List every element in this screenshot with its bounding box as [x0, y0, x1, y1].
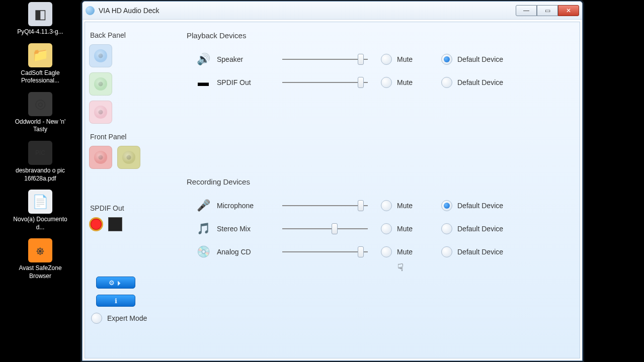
front-jack-pink[interactable] — [89, 146, 112, 169]
desktop-icon-glyph: PIC — [28, 141, 52, 165]
expert-mode-label: Expert Mode — [107, 314, 147, 322]
desktop-icon[interactable]: 📄Novo(a) Documento d... — [13, 190, 68, 231]
desktop-icon[interactable]: ◧PyQt4-4.11.3-g... — [13, 2, 68, 36]
recording-device-name: Analog CD — [217, 248, 282, 256]
app-icon — [86, 6, 95, 15]
desktop-icon-label: Oddworld - New 'n' Tasty — [13, 118, 68, 134]
back-panel-label: Back Panel — [90, 31, 177, 39]
recording-device-default-radio[interactable] — [441, 223, 452, 234]
recording-device-default-radio[interactable] — [441, 246, 452, 257]
playback-device-name: Speaker — [217, 55, 282, 63]
spdif-coax-icon[interactable] — [89, 217, 103, 231]
side-panel: Back Panel Front Panel SPDIF Out ⚙ ⏵ ℹ E… — [85, 22, 181, 358]
playback-title: Playback Devices — [187, 31, 575, 40]
desktop-icon[interactable]: PICdesbravando o pic 16f628a.pdf — [13, 141, 68, 183]
tools-button[interactable]: ⚙ ⏵ — [96, 277, 135, 289]
recording-device-name: Microphone — [217, 202, 282, 210]
main-panel: Playback Devices 🔊SpeakerMuteDefault Dev… — [181, 22, 580, 358]
audio-deck-window: VIA HD Audio Deck — ▭ ✕ Back Panel Front… — [82, 1, 583, 361]
playback-device-volume-slider[interactable] — [282, 55, 368, 64]
expert-mode-radio[interactable] — [91, 313, 102, 324]
playback-device-icon: ▬ — [195, 74, 212, 91]
front-panel-label: Front Panel — [90, 133, 177, 141]
recording-device-default-label: Default Device — [457, 248, 503, 256]
recording-device-volume-slider[interactable] — [282, 201, 368, 210]
window-buttons: — ▭ ✕ — [516, 5, 579, 16]
recording-device-icon: 🎤 — [195, 197, 212, 214]
desktop-icon-label: CadSoft Eagle Professional... — [13, 69, 68, 85]
recording-device-mute-label: Mute — [397, 225, 413, 233]
desktop-icon-glyph: ⎈ — [28, 238, 52, 262]
playback-device-default-label: Default Device — [457, 55, 503, 63]
recording-device-default-radio[interactable] — [441, 200, 452, 211]
playback-device-default-label: Default Device — [457, 78, 503, 86]
recording-device-icon: 💿 — [195, 243, 212, 260]
close-button[interactable]: ✕ — [558, 5, 579, 16]
desktop-icon-glyph: ◧ — [28, 2, 52, 26]
back-jack-pink[interactable] — [89, 101, 112, 124]
desktop-icon-glyph: ◎ — [28, 92, 52, 116]
playback-device-name: SPDIF Out — [217, 78, 282, 86]
playback-device-default-radio[interactable] — [441, 54, 452, 65]
playback-device-icon: 🔊 — [195, 51, 212, 68]
recording-device-mute-radio[interactable] — [381, 246, 392, 257]
maximize-button[interactable]: ▭ — [537, 5, 558, 16]
recording-title: Recording Devices — [187, 177, 575, 186]
playback-device-mute-radio[interactable] — [381, 54, 392, 65]
spdif-optical-icon[interactable] — [108, 217, 122, 231]
back-jack-blue[interactable] — [89, 44, 112, 67]
back-jack-green[interactable] — [89, 72, 112, 96]
recording-device-volume-slider[interactable] — [282, 224, 368, 233]
desktop-icon-label: PyQt4-4.11.3-g... — [13, 28, 68, 36]
minimize-button[interactable]: — — [516, 5, 537, 16]
desktop-icon[interactable]: ◎Oddworld - New 'n' Tasty — [13, 92, 68, 134]
playback-device-mute-radio[interactable] — [381, 77, 392, 88]
desktop-icon-label: Avast SafeZone Browser — [13, 264, 68, 280]
front-jack-olive[interactable] — [117, 146, 140, 169]
recording-device-row: 💿Analog CDMuteDefault Device — [186, 241, 575, 262]
desktop-icon-label: desbravando o pic 16f628a.pdf — [13, 167, 68, 183]
recording-device-row: 🎤MicrophoneMuteDefault Device — [186, 195, 575, 216]
desktop: ◧PyQt4-4.11.3-g...📁CadSoft Eagle Profess… — [0, 0, 80, 362]
desktop-icon[interactable]: 📁CadSoft Eagle Professional... — [13, 43, 68, 85]
recording-device-mute-radio[interactable] — [381, 200, 392, 211]
recording-device-row: 🎵Stereo MixMuteDefault Device — [186, 218, 575, 239]
titlebar[interactable]: VIA HD Audio Deck — ▭ ✕ — [83, 2, 582, 20]
desktop-icon-glyph: 📄 — [28, 190, 52, 214]
playback-device-default-radio[interactable] — [441, 77, 452, 88]
playback-device-mute-label: Mute — [397, 78, 413, 86]
recording-device-default-label: Default Device — [457, 225, 503, 233]
recording-device-icon: 🎵 — [195, 220, 212, 237]
desktop-icon[interactable]: ⎈Avast SafeZone Browser — [13, 238, 68, 280]
recording-device-volume-slider[interactable] — [282, 247, 368, 256]
recording-device-mute-label: Mute — [397, 248, 413, 256]
playback-device-mute-label: Mute — [397, 55, 413, 63]
spdif-out-label: SPDIF Out — [90, 204, 177, 212]
client-area: Back Panel Front Panel SPDIF Out ⚙ ⏵ ℹ E… — [85, 22, 580, 358]
recording-device-mute-label: Mute — [397, 202, 413, 210]
window-title: VIA HD Audio Deck — [99, 7, 159, 15]
playback-device-row: 🔊SpeakerMuteDefault Device — [186, 49, 575, 70]
recording-device-default-label: Default Device — [457, 202, 503, 210]
playback-device-volume-slider[interactable] — [282, 78, 368, 87]
recording-device-name: Stereo Mix — [217, 225, 282, 233]
playback-device-row: ▬SPDIF OutMuteDefault Device — [186, 72, 575, 93]
desktop-icon-glyph: 📁 — [28, 43, 52, 67]
info-button[interactable]: ℹ — [96, 295, 135, 307]
recording-device-mute-radio[interactable] — [381, 223, 392, 234]
desktop-icon-label: Novo(a) Documento d... — [13, 216, 68, 231]
